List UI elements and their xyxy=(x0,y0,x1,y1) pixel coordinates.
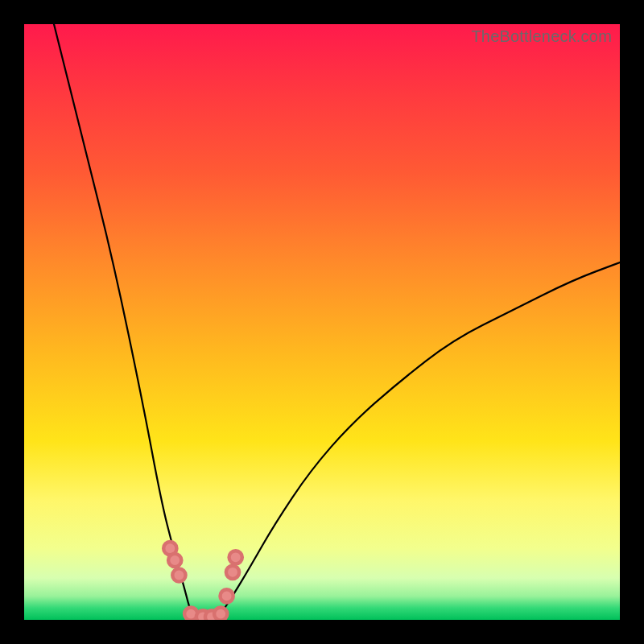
trough-marker-dot xyxy=(220,589,233,602)
trough-marker-dot xyxy=(229,551,242,564)
curve-layer xyxy=(24,24,620,620)
trough-markers xyxy=(163,542,242,620)
trough-marker-dot xyxy=(168,554,181,567)
trough-marker-dot xyxy=(172,568,185,581)
trough-marker-dot xyxy=(214,607,227,620)
chart-frame: TheBottleneck.com xyxy=(0,0,644,644)
plot-area: TheBottleneck.com xyxy=(24,24,620,620)
trough-marker-dot xyxy=(226,566,239,579)
bottleneck-curve xyxy=(54,24,620,620)
